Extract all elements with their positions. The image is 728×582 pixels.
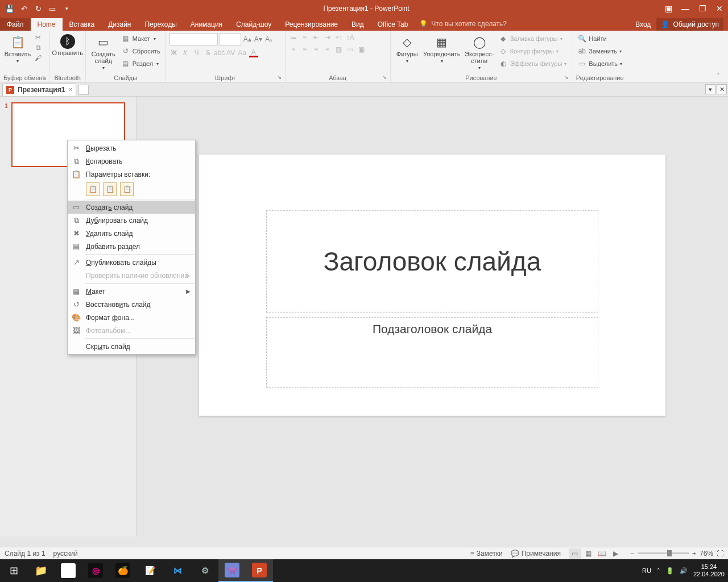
tab-home[interactable]: Home bbox=[31, 18, 63, 31]
menu-cut[interactable]: ✂Вырезать bbox=[68, 142, 195, 155]
decrease-font-icon[interactable]: A▾ bbox=[254, 35, 263, 44]
section-button[interactable]: ▤Раздел▾ bbox=[119, 58, 162, 69]
shapes-button[interactable]: ◇ Фигуры▾ bbox=[394, 33, 420, 66]
tab-close-icon[interactable]: ✕ bbox=[717, 84, 727, 94]
line-spacing-icon[interactable]: ≡↕ bbox=[334, 33, 344, 42]
taskbar-app-3[interactable]: 📝 bbox=[136, 559, 164, 582]
tray-clock[interactable]: 15:24 22.04.2020 bbox=[693, 563, 725, 578]
bold-icon[interactable]: Ж bbox=[169, 48, 179, 57]
increase-font-icon[interactable]: A▴ bbox=[243, 35, 252, 44]
bullets-icon[interactable]: ≔ bbox=[289, 33, 298, 42]
slide-canvas[interactable]: Заголовок слайда Подзаголовок слайда bbox=[136, 97, 728, 537]
cut-icon[interactable]: ✂ bbox=[34, 33, 43, 42]
zoom-in-icon[interactable]: + bbox=[692, 550, 696, 558]
menu-delete-slide[interactable]: ✖Удалить слайд bbox=[68, 227, 195, 240]
italic-icon[interactable]: К bbox=[181, 48, 190, 57]
slide-counter[interactable]: Слайд 1 из 1 bbox=[5, 550, 46, 558]
zoom-control[interactable]: − + 76% ⛶ bbox=[630, 550, 723, 558]
menu-add-section[interactable]: ▤Добавить раздел bbox=[68, 240, 195, 253]
menu-layout[interactable]: ▦Макет▶ bbox=[68, 285, 195, 298]
layout-button[interactable]: ▦Макет▾ bbox=[119, 33, 162, 44]
zoom-slider[interactable] bbox=[638, 552, 689, 554]
decrease-indent-icon[interactable]: ⇤ bbox=[312, 33, 321, 42]
shape-outline-button[interactable]: ◇Контур фигуры▾ bbox=[497, 45, 569, 57]
replace-button[interactable]: abЗаменить▾ bbox=[576, 45, 624, 57]
notes-button[interactable]: ≡Заметки bbox=[470, 550, 503, 558]
tray-sound-icon[interactable]: 🔊 bbox=[680, 567, 688, 575]
menu-new-slide[interactable]: ▭Создать слайд bbox=[68, 201, 195, 214]
tab-design[interactable]: Дизайн bbox=[101, 18, 138, 31]
smartart-icon[interactable]: ▣ bbox=[357, 45, 366, 54]
increase-indent-icon[interactable]: ⇥ bbox=[323, 33, 332, 42]
menu-publish-slides[interactable]: ↗Опубликовать слайды bbox=[68, 256, 195, 269]
copy-icon[interactable]: ⧉ bbox=[34, 43, 43, 52]
undo-icon[interactable]: ↶ bbox=[18, 2, 30, 15]
taskbar-vscode[interactable]: ⋈ bbox=[164, 559, 191, 582]
paste-picture-icon[interactable]: 📋 bbox=[120, 182, 134, 196]
align-text-icon[interactable]: ▭ bbox=[346, 45, 355, 54]
tab-slideshow[interactable]: Слайд-шоу bbox=[229, 18, 278, 31]
taskbar-app-4[interactable]: ⚙ bbox=[191, 559, 218, 582]
tab-file[interactable]: Файл bbox=[0, 18, 31, 31]
title-placeholder[interactable]: Заголовок слайда bbox=[266, 210, 598, 313]
close-tab-icon[interactable]: × bbox=[68, 86, 72, 94]
taskbar-app-2[interactable]: 🍊 bbox=[109, 559, 136, 582]
qat-dropdown-icon[interactable]: ▾ bbox=[60, 2, 73, 15]
tray-chevron-icon[interactable]: ˄ bbox=[657, 567, 660, 575]
strikethrough-icon[interactable]: S̶ bbox=[204, 48, 213, 57]
redo-icon[interactable]: ↻ bbox=[32, 2, 44, 15]
font-family-combo[interactable] bbox=[169, 33, 218, 45]
columns-icon[interactable]: ▥ bbox=[334, 45, 344, 54]
font-size-combo[interactable] bbox=[220, 33, 241, 45]
font-color-icon[interactable]: A bbox=[249, 48, 258, 57]
dialog-launcher-icon[interactable]: ↘ bbox=[381, 74, 388, 81]
collapse-ribbon-icon[interactable]: ˄ bbox=[717, 72, 726, 81]
document-tab[interactable]: P Презентация1 × bbox=[2, 84, 76, 96]
tab-transitions[interactable]: Переходы bbox=[138, 18, 183, 31]
new-slide-button[interactable]: ▭ Создать слайд ▾ bbox=[89, 33, 118, 73]
menu-duplicate-slide[interactable]: ⧉Дублировать слайд bbox=[68, 214, 195, 227]
menu-format-background[interactable]: 🎨Формат фона... bbox=[68, 311, 195, 324]
numbering-icon[interactable]: ≡ bbox=[300, 33, 309, 42]
slide[interactable]: Заголовок слайда Подзаголовок слайда bbox=[199, 155, 665, 416]
taskbar-discord[interactable]: 👾 bbox=[218, 559, 246, 582]
menu-reset-slide[interactable]: ↺Восстановить слайд bbox=[68, 298, 195, 311]
tab-officetab[interactable]: Office Tab bbox=[371, 18, 415, 31]
shadow-icon[interactable]: abć bbox=[215, 48, 224, 57]
tab-review[interactable]: Рецензирование bbox=[278, 18, 345, 31]
char-spacing-icon[interactable]: AV bbox=[226, 48, 235, 57]
align-left-icon[interactable]: ≡ bbox=[289, 45, 298, 54]
find-button[interactable]: 🔍Найти bbox=[576, 33, 624, 44]
taskbar-chrome[interactable]: ◉ bbox=[55, 559, 82, 582]
taskbar-powerpoint[interactable]: P bbox=[246, 559, 273, 582]
save-icon[interactable]: 💾 bbox=[3, 2, 16, 15]
sign-in-link[interactable]: Вход bbox=[635, 20, 651, 28]
tab-animations[interactable]: Анимация bbox=[184, 18, 229, 31]
dialog-launcher-icon[interactable]: ↘ bbox=[40, 74, 47, 81]
new-tab-button[interactable] bbox=[78, 85, 89, 95]
tab-insert[interactable]: Вставка bbox=[63, 18, 102, 31]
tab-view[interactable]: Вид bbox=[345, 18, 371, 31]
fit-to-window-icon[interactable]: ⛶ bbox=[717, 550, 723, 558]
normal-view-icon[interactable]: ▭ bbox=[569, 548, 581, 559]
paste-use-destination-icon[interactable]: 📋 bbox=[86, 182, 100, 196]
zoom-percent[interactable]: 76% bbox=[700, 550, 713, 558]
clear-formatting-icon[interactable]: Aₓ bbox=[264, 35, 274, 44]
menu-hide-slide[interactable]: Скрыть слайд bbox=[68, 340, 195, 353]
restore-icon[interactable]: ❐ bbox=[694, 0, 711, 17]
tray-battery-icon[interactable]: 🔋 bbox=[666, 567, 674, 575]
underline-icon[interactable]: Ч bbox=[192, 48, 201, 57]
minimize-icon[interactable]: — bbox=[677, 0, 694, 17]
quick-styles-button[interactable]: ◯ Экспресс- стили▾ bbox=[464, 33, 495, 73]
send-bluetooth-button[interactable]: ᛒ Отправить bbox=[53, 33, 82, 57]
slideshow-view-icon[interactable]: ▶ bbox=[610, 548, 622, 559]
paste-keep-source-icon[interactable]: 📋 bbox=[103, 182, 117, 196]
slide-sorter-view-icon[interactable]: ▦ bbox=[582, 548, 595, 559]
reading-view-icon[interactable]: 📖 bbox=[596, 548, 609, 559]
paste-button[interactable]: 📋 Вставить ▾ bbox=[3, 33, 32, 66]
share-button[interactable]: 👤Общий доступ bbox=[656, 18, 723, 31]
text-direction-icon[interactable]: ↕A bbox=[346, 33, 355, 42]
comments-button[interactable]: 💬Примечания bbox=[511, 550, 561, 558]
tray-language[interactable]: RU bbox=[642, 567, 651, 574]
shape-fill-button[interactable]: ◆Заливка фигуры▾ bbox=[497, 33, 569, 44]
